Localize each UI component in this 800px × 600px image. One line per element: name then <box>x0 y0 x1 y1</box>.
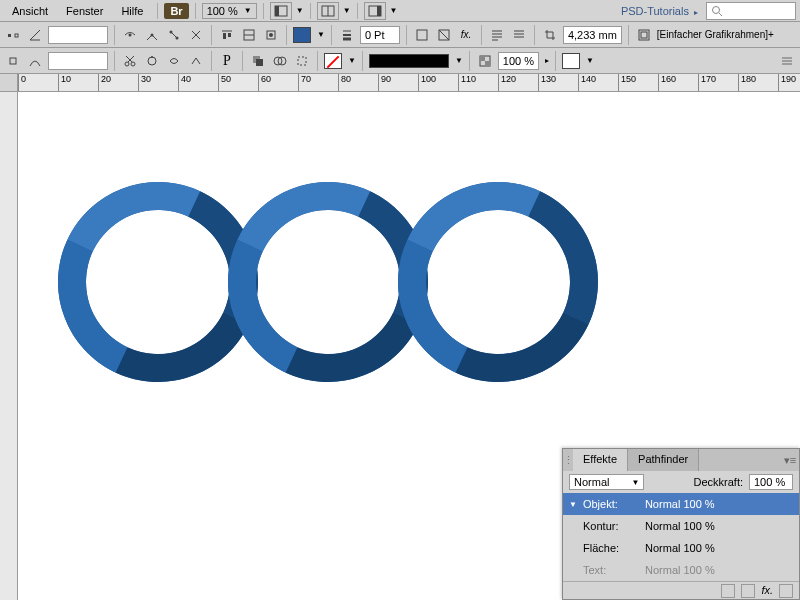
opacity-input[interactable]: 100 % <box>749 474 793 490</box>
svg-rect-37 <box>10 58 16 64</box>
panel-menu-icon[interactable]: ▾≡ <box>781 449 799 471</box>
stroke-weight-icon[interactable] <box>338 26 356 44</box>
opacity-field[interactable]: 100 % <box>498 52 539 70</box>
svg-line-7 <box>719 13 722 16</box>
chevron-down-icon[interactable]: ▸ <box>545 56 549 65</box>
ruler-tick: 20 <box>98 74 111 91</box>
ruler-tick: 190 <box>778 74 796 91</box>
svg-rect-46 <box>298 57 306 65</box>
point-tool-icon[interactable] <box>4 52 22 70</box>
opacity-icon[interactable] <box>476 52 494 70</box>
effect-target-fill[interactable]: Fläche: Normal 100 % <box>563 537 799 559</box>
ruler-tick: 150 <box>618 74 636 91</box>
blend-mode-row: Normal▼ Deckkraft: 100 % <box>563 471 799 493</box>
svg-point-39 <box>131 62 135 66</box>
separator <box>263 3 264 19</box>
frame-options-icon[interactable] <box>635 26 653 44</box>
path-open-icon[interactable] <box>165 52 183 70</box>
fx-icon[interactable]: fx. <box>761 584 773 597</box>
chevron-down-icon[interactable]: ▼ <box>348 56 356 65</box>
chevron-down-icon[interactable]: ▼ <box>317 30 325 39</box>
trash-icon[interactable] <box>779 584 793 598</box>
paragraph-icon[interactable]: P <box>218 52 236 70</box>
ruler-vertical[interactable] <box>0 92 18 600</box>
zoom-select[interactable]: 100 %▼ <box>202 3 257 19</box>
align-distribute-3-icon[interactable] <box>262 26 280 44</box>
chevron-down-icon[interactable]: ▼ <box>390 6 398 15</box>
workspace-link[interactable]: PSD-Tutorials ▸ <box>615 5 704 17</box>
knockout-group-icon[interactable] <box>741 584 755 598</box>
menu-window[interactable]: Fenster <box>58 2 111 20</box>
ruler-tick: 50 <box>218 74 231 91</box>
path-cut-icon[interactable] <box>187 26 205 44</box>
stroke-swatch[interactable] <box>324 53 342 69</box>
path-reverse-icon[interactable] <box>187 52 205 70</box>
panel-menu-icon[interactable] <box>778 52 796 70</box>
ruler-ticks: 0102030405060708090100110120130140150160… <box>18 74 800 91</box>
search-input[interactable] <box>706 2 796 20</box>
ruler-tick: 90 <box>378 74 391 91</box>
path-close-icon[interactable] <box>143 52 161 70</box>
ring-3[interactable] <box>398 182 598 382</box>
crop-icon[interactable] <box>541 26 559 44</box>
fx-icon[interactable]: fx. <box>457 26 475 44</box>
path-join-icon[interactable] <box>165 26 183 44</box>
chevron-down-icon[interactable]: ▼ <box>296 6 304 15</box>
anchor-icon[interactable] <box>4 26 22 44</box>
svg-rect-5 <box>377 6 381 16</box>
convert-point-1-icon[interactable] <box>121 26 139 44</box>
separator <box>357 3 358 19</box>
chevron-down-icon[interactable]: ▼ <box>586 56 594 65</box>
convert-point-2-icon[interactable] <box>143 26 161 44</box>
menu-view[interactable]: Ansicht <box>4 2 56 20</box>
align-distribute-2-icon[interactable] <box>240 26 258 44</box>
ruler-tick: 40 <box>178 74 191 91</box>
svg-line-27 <box>439 30 449 40</box>
angle-icon[interactable] <box>26 26 44 44</box>
text-wrap-2-icon[interactable] <box>435 26 453 44</box>
tab-pathfinder[interactable]: Pathfinder <box>628 449 699 471</box>
mm-field[interactable]: 4,233 mm <box>563 26 622 44</box>
chevron-down-icon[interactable]: ▼ <box>455 56 463 65</box>
bridge-badge[interactable]: Br <box>164 3 188 19</box>
value-field-1[interactable] <box>48 26 108 44</box>
view-mode-1-button[interactable] <box>270 2 292 20</box>
value-field-2[interactable] <box>48 52 108 70</box>
stroke-label: Kontur: <box>583 520 639 532</box>
tab-effects[interactable]: Effekte <box>573 449 628 471</box>
pathfinder-2-icon[interactable] <box>271 52 289 70</box>
curve-tool-icon[interactable] <box>26 52 44 70</box>
scissors-icon[interactable] <box>121 52 139 70</box>
svg-point-6 <box>713 6 720 13</box>
isolate-blending-icon[interactable] <box>721 584 735 598</box>
blend-mode-select[interactable]: Normal▼ <box>569 474 644 490</box>
ruler-horizontal[interactable]: 0102030405060708090100110120130140150160… <box>0 74 800 92</box>
ruler-tick: 10 <box>58 74 71 91</box>
ruler-tick: 30 <box>138 74 151 91</box>
ruler-tick: 160 <box>658 74 676 91</box>
stroke-style-swatch[interactable] <box>369 54 449 68</box>
view-mode-3-button[interactable] <box>364 2 386 20</box>
text-align-1-icon[interactable] <box>488 26 506 44</box>
artwork-rings[interactable] <box>58 182 598 382</box>
effect-target-stroke[interactable]: Kontur: Normal 100 % <box>563 515 799 537</box>
align-distribute-1-icon[interactable] <box>218 26 236 44</box>
effect-target-object[interactable]: ▼ Objekt: Normal 100 % <box>563 493 799 515</box>
chevron-down-icon[interactable]: ▼ <box>343 6 351 15</box>
menu-help[interactable]: Hilfe <box>113 2 151 20</box>
ruler-tick: 70 <box>298 74 311 91</box>
view-mode-2-button[interactable] <box>317 2 339 20</box>
stroke-weight-field[interactable]: 0 Pt <box>360 26 400 44</box>
pathfinder-1-icon[interactable] <box>249 52 267 70</box>
ruler-origin[interactable] <box>0 74 18 92</box>
fill-label: Fläche: <box>583 542 639 554</box>
text-align-2-icon[interactable] <box>510 26 528 44</box>
effect-target-text[interactable]: Text: Normal 100 % <box>563 559 799 581</box>
pathfinder-3-icon[interactable] <box>293 52 311 70</box>
frame-style-label[interactable]: [Einfacher Grafikrahmen]+ <box>657 29 774 40</box>
fill-swatch[interactable] <box>293 27 311 43</box>
svg-rect-8 <box>8 34 11 37</box>
panel-grip-icon[interactable]: ⋮ <box>563 449 573 471</box>
text-wrap-1-icon[interactable] <box>413 26 431 44</box>
empty-swatch-1[interactable] <box>562 53 580 69</box>
